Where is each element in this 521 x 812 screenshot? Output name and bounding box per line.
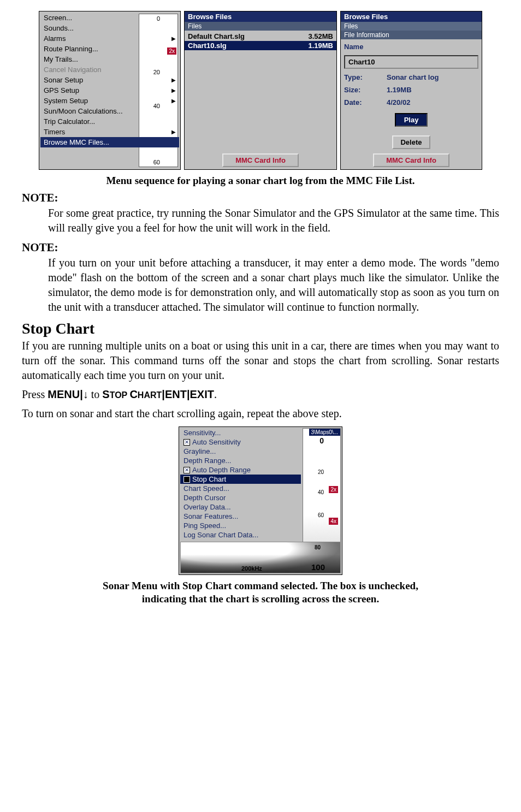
sonar-chart-bottom: 80 100 200kHz bbox=[180, 542, 341, 573]
sonar-depth-cursor[interactable]: Depth Cursor bbox=[180, 493, 301, 502]
play-button[interactable]: Play bbox=[395, 113, 428, 127]
sonar-auto-sensitivity[interactable]: ✕Auto Sensitivity bbox=[180, 437, 301, 447]
note-heading-2: NOTE: bbox=[22, 241, 499, 254]
sonar-log-chart-data[interactable]: Log Sonar Chart Data... bbox=[180, 530, 301, 540]
panel-title: Browse Files bbox=[185, 11, 336, 22]
menu-timers[interactable]: Timers▶ bbox=[40, 127, 179, 137]
menu-route-planning[interactable]: Route Planning... bbox=[40, 44, 179, 54]
sonar-menu-panel: 3\Maps0\... 0 20 40 60 2x 4x Sensitivity… bbox=[179, 426, 342, 575]
caption-2b: indicating that the chart is scrolling a… bbox=[22, 592, 499, 606]
menu-sonar-setup[interactable]: Sonar Setup▶ bbox=[40, 75, 179, 85]
sonar-menu-screenshot: 3\Maps0\... 0 20 40 60 2x 4x Sensitivity… bbox=[22, 426, 499, 575]
checkbox-checked-icon: ✕ bbox=[183, 467, 190, 473]
freq-label: 200kHz bbox=[241, 565, 262, 572]
section-title: Stop Chart bbox=[22, 320, 499, 337]
system-menu-panel: 0 20 40 60 2x Screen... Sounds... Alarms… bbox=[39, 11, 181, 170]
files-header: Files bbox=[341, 22, 482, 31]
file-info-header: File Information bbox=[341, 31, 482, 39]
menu-sounds[interactable]: Sounds... bbox=[40, 23, 179, 33]
body-1: If you are running multiple units on a b… bbox=[22, 339, 499, 383]
name-label: Name bbox=[344, 43, 478, 51]
mmc-card-info-button[interactable]: MMC Card Info bbox=[373, 153, 449, 167]
mmc-card-info-button[interactable]: MMC Card Info bbox=[222, 153, 299, 167]
sonar-features[interactable]: Sonar Features... bbox=[180, 512, 301, 521]
chevron-right-icon: ▶ bbox=[171, 98, 176, 104]
body-2: To turn on sonar and start the chart scr… bbox=[22, 406, 499, 421]
chevron-right-icon: ▶ bbox=[171, 77, 176, 83]
menu-browse-mmc[interactable]: Browse MMC Files... bbox=[40, 137, 179, 147]
menu-my-trails[interactable]: My Trails... bbox=[40, 54, 179, 64]
chevron-right-icon: ▶ bbox=[171, 129, 176, 135]
file-row-chart10[interactable]: Chart10.slg 1.19MB bbox=[185, 41, 336, 50]
tick-40: 40 bbox=[318, 489, 324, 495]
sonar-sensitivity[interactable]: Sensitivity... bbox=[180, 428, 301, 437]
file-info-panel: Browse Files Files File Information Name… bbox=[340, 11, 482, 170]
sonar-list: Sensitivity... ✕Auto Sensitivity Graylin… bbox=[179, 427, 302, 541]
chevron-right-icon: ▶ bbox=[171, 87, 176, 93]
key-exit: EXIT bbox=[190, 388, 214, 400]
maps-tab[interactable]: 3\Maps0\... bbox=[309, 429, 340, 436]
menu-sun-moon[interactable]: Sun/Moon Calculations... bbox=[40, 106, 179, 116]
info-row-date: Date: 4/20/02 bbox=[344, 98, 478, 106]
info-row-size: Size: 1.19MB bbox=[344, 86, 478, 94]
name-value: Chart10 bbox=[344, 55, 478, 69]
sonar-stop-chart[interactable]: Stop Chart bbox=[180, 475, 301, 484]
caption-2a: Sonar Menu with Stop Chart command selec… bbox=[22, 579, 499, 593]
tick-60: 60 bbox=[153, 159, 160, 165]
command-line: Press MENU|↓ to STOP CHART|ENT|EXIT. bbox=[22, 388, 499, 401]
tick-20: 20 bbox=[318, 469, 324, 475]
tick-80: 80 bbox=[315, 544, 321, 550]
tick-100: 100 bbox=[311, 562, 325, 572]
menu-gps-setup[interactable]: GPS Setup▶ bbox=[40, 85, 179, 96]
checkbox-unchecked-icon bbox=[183, 476, 190, 483]
scale-4x: 4x bbox=[329, 518, 338, 525]
chevron-right-icon: ▶ bbox=[171, 35, 176, 42]
menu-screen[interactable]: Screen... bbox=[40, 13, 179, 23]
sonar-ping-speed[interactable]: Ping Speed... bbox=[180, 521, 301, 530]
key-menu: MENU bbox=[48, 388, 80, 400]
sonar-auto-depth-range[interactable]: ✕Auto Depth Range bbox=[180, 465, 301, 475]
note-text-1: For some great practice, try running the… bbox=[48, 206, 499, 235]
file-row-default[interactable]: Default Chart.slg 3.52MB bbox=[185, 32, 336, 41]
browse-files-panel: Browse Files Files Default Chart.slg 3.5… bbox=[184, 11, 337, 170]
tick-60: 60 bbox=[318, 512, 324, 518]
info-row-type: Type: Sonar chart log bbox=[344, 73, 478, 81]
note-heading-1: NOTE: bbox=[22, 191, 499, 205]
down-arrow-icon: ↓ bbox=[83, 388, 88, 400]
delete-button[interactable]: Delete bbox=[392, 135, 430, 149]
sonar-chart-speed[interactable]: Chart Speed... bbox=[180, 484, 301, 493]
file-list: Default Chart.slg 3.52MB Chart10.slg 1.1… bbox=[185, 31, 336, 151]
panel-title: Browse Files bbox=[341, 11, 482, 22]
checkbox-checked-icon: ✕ bbox=[183, 439, 190, 446]
menu-system-setup[interactable]: System Setup▶ bbox=[40, 96, 179, 106]
tick-0: 0 bbox=[319, 436, 324, 445]
menu-trip-calculator[interactable]: Trip Calculator... bbox=[40, 116, 179, 127]
caption-1: Menu sequence for playing a sonar chart … bbox=[22, 174, 499, 188]
menu-alarms[interactable]: Alarms▶ bbox=[40, 33, 179, 44]
key-ent: ENT bbox=[165, 388, 187, 400]
note-text-2: If you turn on your unit before attachin… bbox=[48, 256, 499, 315]
sonar-overlay-data[interactable]: Overlay Data... bbox=[180, 502, 301, 512]
files-header: Files bbox=[185, 22, 336, 31]
scale-2x: 2x bbox=[329, 486, 338, 493]
sonar-grayline[interactable]: Grayline... bbox=[180, 447, 301, 456]
menu-cancel-navigation: Cancel Navigation bbox=[40, 64, 179, 75]
mmc-screenshots: 0 20 40 60 2x Screen... Sounds... Alarms… bbox=[22, 11, 499, 170]
cmd-stop-chart: STOP CHART bbox=[102, 388, 162, 400]
sonar-depth-range[interactable]: Depth Range... bbox=[180, 456, 301, 465]
file-info-body: Name Chart10 Type: Sonar chart log Size:… bbox=[341, 39, 482, 155]
